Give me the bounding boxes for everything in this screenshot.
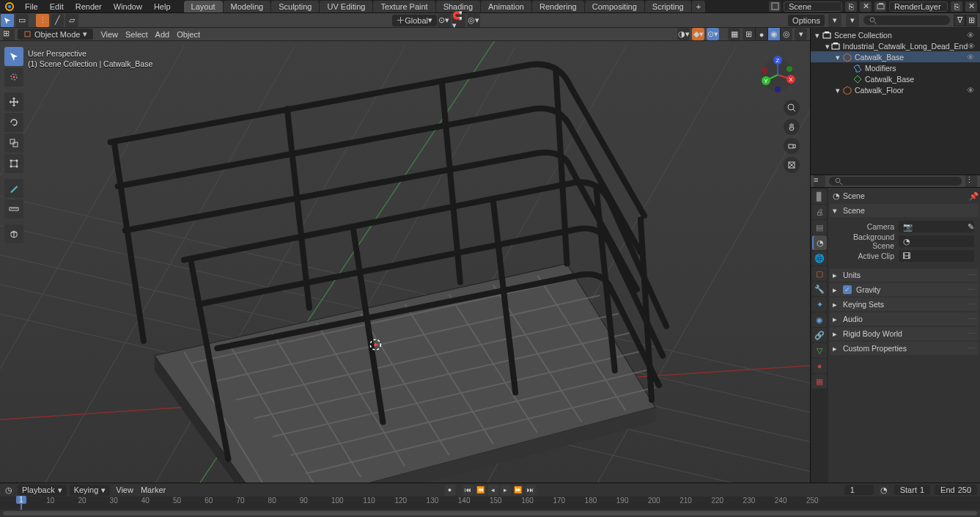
jump-end-icon[interactable]: ⏭ (525, 485, 536, 496)
ptab-physics[interactable]: ◉ (812, 312, 827, 327)
bg-scene-field[interactable]: ◔ (899, 235, 974, 247)
nav-camera-icon[interactable] (784, 138, 800, 154)
tab-texture-paint[interactable]: Texture Paint (373, 1, 435, 12)
pin-icon[interactable]: 📌 (969, 191, 979, 201)
timeline-menu-view[interactable]: View (116, 485, 133, 494)
pivot-point-dropdown[interactable]: ⊙▾ (438, 14, 451, 27)
play-reverse-icon[interactable]: ◂ (487, 485, 498, 496)
tab-rendering[interactable]: Rendering (532, 1, 584, 12)
tool-cursor[interactable] (4, 67, 23, 87)
start-frame-field[interactable]: Start1 (894, 485, 930, 495)
timeline-menu-marker[interactable]: Marker (141, 485, 166, 494)
tab-modeling[interactable]: Modeling (224, 1, 271, 12)
vp-menu-object[interactable]: Object (177, 30, 200, 39)
nav-pan-icon[interactable] (784, 119, 800, 135)
timeline-editor-type-icon[interactable]: ◷ (3, 484, 15, 496)
panel-gravity-header[interactable]: ▸ ✓ Gravity ⋯ (830, 283, 979, 296)
autokey-toggle[interactable]: ● (444, 485, 455, 496)
proportional-edit-toggle[interactable]: ◎▾ (467, 14, 480, 27)
vp-menu-add[interactable]: Add (155, 30, 170, 39)
cursor-tool-icon[interactable] (1, 14, 14, 27)
visibility-toggle-icon[interactable]: 👁 (968, 42, 977, 51)
xray-toggle[interactable]: ▦ (728, 28, 740, 40)
viewlayer-name-field[interactable]: RenderLayer (889, 1, 948, 12)
tab-add-workspace[interactable]: + (692, 1, 705, 12)
tool-select-box[interactable] (4, 47, 23, 66)
visibility-toggle-icon[interactable]: 👁 (967, 31, 977, 40)
panel-custom-props-header[interactable]: ▸Custom Properties⋯ (830, 342, 979, 355)
header-options-dropdown[interactable]: Options (788, 15, 825, 26)
vp-menu-view[interactable]: View (100, 30, 118, 39)
keyframe-prev-icon[interactable]: ⏪ (475, 485, 486, 496)
tab-compositing[interactable]: Compositing (585, 1, 644, 12)
snap-face-icon[interactable]: ▱ (65, 14, 78, 27)
scene-name-field[interactable]: Scene (784, 1, 842, 12)
shading-rendered[interactable]: ◎ (780, 28, 792, 40)
panel-audio-header[interactable]: ▸Audio⋯ (830, 312, 979, 326)
outliner-row[interactable]: ▾Scene Collection👁 (811, 29, 980, 40)
ptab-particles[interactable]: ✦ (812, 297, 827, 312)
gizmo-toggle[interactable]: ◆▾ (692, 28, 704, 40)
nav-zoom-icon[interactable] (784, 100, 800, 116)
tool-scale[interactable] (4, 133, 23, 153)
ptab-object[interactable]: ▢ (812, 266, 827, 281)
outliner-row[interactable]: ▾Catwalk_Floor👁 (811, 84, 980, 95)
outliner-row[interactable]: ▾Catwalk_Base👁 (811, 51, 980, 62)
shading-material[interactable]: ◉ (767, 28, 780, 40)
timeline-track[interactable]: 1 11020304050607080901001101201301401501… (0, 496, 980, 510)
tool-add-cube[interactable] (4, 224, 23, 243)
tab-sculpting[interactable]: Sculpting (271, 1, 319, 12)
3d-viewport[interactable]: User Perspective (1) Scene Collection | … (0, 41, 810, 483)
timeline-scrollbar[interactable] (0, 510, 980, 517)
tool-measure[interactable] (4, 199, 23, 219)
nav-persp-icon[interactable] (784, 157, 800, 173)
ptab-output[interactable]: 🖨 (812, 205, 827, 219)
new-collection-icon[interactable]: ⊞ (965, 15, 977, 26)
editor-type-icon[interactable]: ⊞ (3, 29, 15, 40)
ptab-constraints[interactable]: 🔗 (812, 328, 827, 342)
ptab-texture[interactable]: ▦ (812, 374, 827, 389)
scene-browse-icon[interactable] (769, 1, 781, 12)
outliner-row[interactable]: Catwalk_Base (811, 73, 980, 84)
end-frame-field[interactable]: End250 (935, 485, 977, 495)
visibility-toggle-icon[interactable]: 👁 (967, 53, 977, 62)
ptab-data[interactable]: ▽ (812, 343, 827, 358)
overlays-toggle[interactable]: ⊙▾ (707, 28, 719, 40)
active-clip-field[interactable]: 🎞 (899, 250, 974, 262)
select-mode-icon[interactable]: ▭ (15, 14, 29, 27)
camera-field[interactable]: 📷✎ (899, 221, 974, 232)
tool-annotate[interactable] (4, 179, 23, 198)
outliner-row[interactable]: Modifiers (811, 62, 980, 73)
editor-type-properties-icon[interactable]: ≡ (814, 175, 825, 187)
ptab-material[interactable]: ● (812, 359, 827, 373)
current-frame-field[interactable]: 1 (844, 485, 874, 495)
ptab-scene[interactable]: ◔ (812, 235, 827, 250)
scene-delete-icon[interactable]: ✕ (860, 1, 872, 12)
menu-render[interactable]: Render (70, 1, 108, 12)
shading-solid[interactable]: ● (755, 28, 767, 40)
playback-dropdown[interactable]: Playback▾ (18, 485, 67, 496)
vp-menu-select[interactable]: Select (125, 30, 148, 39)
tab-scripting[interactable]: Scripting (645, 1, 691, 12)
tool-transform[interactable] (4, 154, 23, 173)
layer-delete-icon[interactable]: ✕ (965, 1, 977, 12)
ptab-viewlayer[interactable]: ▤ (812, 220, 827, 235)
ptab-render[interactable]: ▊ (812, 189, 827, 204)
outliner-search-input[interactable] (863, 15, 951, 26)
panel-units-header[interactable]: ▸Units⋯ (830, 268, 979, 282)
snap-toggle[interactable]: 🧲▾ (452, 14, 465, 27)
menu-help[interactable]: Help (148, 1, 177, 12)
snap-vertex-icon[interactable]: ⋮ (36, 14, 49, 27)
tab-animation[interactable]: Animation (481, 1, 531, 12)
keying-dropdown[interactable]: Keying▾ (70, 485, 111, 496)
select-visible-toggle[interactable]: ◑▾ (677, 28, 690, 40)
panel-scene-header[interactable]: ▾Scene (830, 204, 979, 217)
tab-layout[interactable]: Layout (184, 1, 223, 12)
panel-rigid-body-header[interactable]: ▸Rigid Body World⋯ (830, 327, 979, 340)
tab-uv-editing[interactable]: UV Editing (320, 1, 372, 12)
play-icon[interactable]: ▸ (500, 485, 511, 496)
ptab-world[interactable]: 🌐 (812, 251, 827, 265)
menu-file[interactable]: File (19, 1, 44, 12)
jump-start-icon[interactable]: ⏮ (463, 485, 474, 496)
tool-move[interactable] (4, 92, 23, 111)
